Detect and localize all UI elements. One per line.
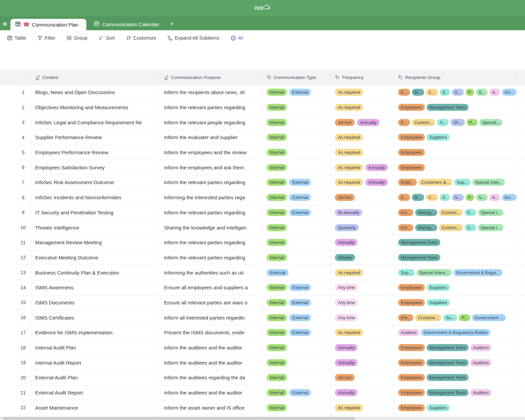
cell-content[interactable]: Blogs, News and Open Discussions bbox=[31, 85, 160, 100]
scrollbar-thumb[interactable] bbox=[3, 417, 355, 420]
cell-content[interactable]: Objectives Monitoring and Measurements bbox=[31, 100, 160, 115]
sort-button[interactable]: Sort bbox=[98, 35, 115, 41]
tab-communication-calender[interactable]: Communication Calender bbox=[86, 21, 165, 30]
cell-content[interactable]: Evidence for ISMS implementation bbox=[31, 325, 160, 340]
cell-recipients-group[interactable]: Em...Custome...Su...P...Government ... bbox=[394, 310, 517, 325]
cell-content[interactable]: InfoSec Legal and Compliance Requirement… bbox=[31, 115, 160, 130]
cell-content[interactable]: InfoSec Incidents and Nonconformities bbox=[31, 190, 160, 205]
cell-content[interactable]: External Audit Report bbox=[31, 385, 160, 401]
cell-communication-type[interactable]: InternalExternal bbox=[263, 325, 331, 340]
cell-communication-purpose[interactable]: Inform the relevant parties regarding bbox=[160, 235, 262, 250]
cell-content[interactable]: ISMS Awareness bbox=[31, 280, 160, 295]
cell-frequency[interactable]: As required bbox=[331, 325, 394, 340]
cell-recipients-group[interactable]: E...M...C...S..S...P.S...A..Go... bbox=[394, 190, 517, 205]
cell-recipients-group[interactable]: Empl...Customers &...Sup...Special Inter… bbox=[394, 175, 517, 190]
cell-recipients-group[interactable]: EmployeesManagement TeamAuditors bbox=[394, 340, 517, 355]
cell-communication-type[interactable]: InternalExternal bbox=[263, 205, 331, 220]
column-header-communication-purpose[interactable]: Communication Purpose bbox=[160, 70, 262, 85]
horizontal-scrollbar[interactable] bbox=[0, 417, 525, 420]
cell-communication-purpose[interactable]: Informing the authorities such as uti bbox=[160, 265, 262, 280]
cell-communication-purpose[interactable]: Ensure all relevant parties are ware o bbox=[160, 295, 262, 310]
cell-communication-purpose[interactable]: Inform the relevant parties regarding bbox=[160, 250, 262, 265]
cell-communication-type[interactable]: Internal bbox=[263, 370, 331, 385]
cell-content[interactable]: Employees Performance Review bbox=[31, 145, 160, 160]
cell-communication-purpose[interactable]: Inform the evaluater and supplier bbox=[160, 130, 262, 145]
cell-frequency[interactable]: Annually bbox=[331, 235, 394, 250]
ai-button[interactable]: AI AI bbox=[230, 35, 243, 41]
cell-recipients-group[interactable]: Employees bbox=[394, 145, 517, 160]
filter-button[interactable]: Filter bbox=[37, 35, 55, 41]
group-button[interactable]: Group bbox=[67, 35, 87, 41]
collapse-sidebar-button[interactable]: « bbox=[0, 19, 10, 30]
customize-button[interactable]: Customize bbox=[126, 35, 157, 41]
cell-content[interactable]: External Audit Plan bbox=[31, 370, 160, 385]
cell-communication-purpose[interactable]: Inform the auditees and the auditor bbox=[160, 355, 262, 370]
cell-communication-type[interactable]: Internal bbox=[263, 220, 331, 235]
cell-frequency[interactable]: As required bbox=[331, 145, 394, 160]
cell-recipients-group[interactable]: Sup...Special Intere...Government & Regu… bbox=[394, 265, 517, 280]
cell-communication-type[interactable]: InternalExternal bbox=[263, 175, 331, 190]
cell-frequency[interactable]: As required bbox=[331, 400, 394, 415]
cell-communication-purpose[interactable]: Inform the auditees and the auditor bbox=[160, 385, 262, 401]
cell-content[interactable]: Threats Intelligence bbox=[31, 220, 160, 235]
cell-recipients-group[interactable]: Management Team bbox=[394, 235, 517, 250]
cell-frequency[interactable]: As requiredAnnually bbox=[331, 160, 394, 175]
cell-recipients-group[interactable]: E...Custom...S...Sh...P...Special... bbox=[394, 115, 517, 130]
cell-content[interactable]: IT Security and Penetration Testing bbox=[31, 205, 160, 220]
cell-communication-purpose[interactable]: Inform the employees and ask them bbox=[160, 160, 262, 175]
cell-recipients-group[interactable]: EmployeesManagement TeamAuditors bbox=[394, 385, 517, 401]
cell-content[interactable]: Executive Meeting Outcome bbox=[31, 250, 160, 265]
cell-content[interactable]: Employees Satisfaction Survey bbox=[31, 160, 160, 175]
cell-communication-purpose[interactable]: Inform the auditees and the auditor bbox=[160, 340, 262, 355]
column-header-frequency[interactable]: Frequency bbox=[331, 70, 394, 85]
cell-communication-type[interactable]: InternalExternal bbox=[263, 190, 331, 205]
cell-communication-type[interactable]: External bbox=[263, 265, 331, 280]
cell-communication-purpose[interactable]: Inform the asset owner and IS office bbox=[160, 400, 262, 415]
cell-frequency[interactable]: Ad-hoc bbox=[331, 370, 394, 385]
cell-frequency[interactable]: As requiredAnnually bbox=[331, 175, 394, 190]
cell-frequency[interactable]: Annually bbox=[331, 385, 394, 401]
cell-communication-purpose[interactable]: Inform the employees and the review bbox=[160, 145, 262, 160]
table-view-button[interactable]: Table bbox=[7, 35, 26, 41]
cell-communication-type[interactable]: InternalExternal bbox=[263, 385, 331, 401]
cell-communication-type[interactable]: InternalExternal bbox=[263, 295, 331, 310]
cell-communication-purpose[interactable]: Inform the relevant people regarding bbox=[160, 115, 262, 130]
cell-communication-type[interactable]: Internal bbox=[263, 235, 331, 250]
cell-content[interactable]: Internal Audit Plan bbox=[31, 340, 160, 355]
cell-communication-type[interactable]: Internal bbox=[263, 250, 331, 265]
cell-recipients-group[interactable]: EmployeesSuppliers bbox=[394, 280, 517, 295]
cell-frequency[interactable]: As required bbox=[331, 85, 394, 100]
cell-recipients-group[interactable]: Em...Manag...Custom...S...Special I... bbox=[394, 220, 517, 235]
cell-communication-purpose[interactable]: Inform the recipients about news, sh bbox=[160, 85, 262, 100]
cell-communication-purpose[interactable]: Informing the interested parties rega bbox=[160, 190, 262, 205]
cell-frequency[interactable]: Any time bbox=[331, 295, 394, 310]
cell-content[interactable]: Management Review Meeting bbox=[31, 235, 160, 250]
cell-recipients-group[interactable]: EmployeesManagement Team bbox=[394, 100, 517, 115]
cell-content[interactable]: ISMS Documents bbox=[31, 295, 160, 310]
cell-communication-purpose[interactable]: Inform the auditees regarding the da bbox=[160, 370, 262, 385]
cell-communication-type[interactable]: Internal bbox=[263, 145, 331, 160]
cell-content[interactable]: ISMS Certificates bbox=[31, 310, 160, 325]
column-header-communication-type[interactable]: Communication Type bbox=[263, 70, 331, 85]
cell-recipients-group[interactable]: EmployeesSuppliers bbox=[394, 400, 517, 415]
cell-content[interactable]: Asset Maintenance bbox=[31, 400, 160, 415]
cell-content[interactable]: Supplier Performance Review bbox=[31, 130, 160, 145]
column-header-content[interactable]: Content bbox=[31, 70, 160, 85]
cell-communication-type[interactable]: Internal bbox=[263, 400, 331, 415]
cell-communication-purpose[interactable]: Sharing the knowledge and intelligen bbox=[160, 220, 262, 235]
cell-frequency[interactable]: Any time bbox=[331, 280, 394, 295]
cell-frequency[interactable]: Ad-hoc bbox=[331, 190, 394, 205]
column-header-recipients-group[interactable]: Recipients Group bbox=[394, 70, 517, 85]
cell-recipients-group[interactable]: Em...Manag...Custom...S...Special I... bbox=[394, 205, 517, 220]
cell-content[interactable]: InfoSec Risk Assessment Outcome bbox=[31, 175, 160, 190]
cell-communication-type[interactable]: Internal bbox=[263, 100, 331, 115]
cell-recipients-group[interactable]: EmployeesSuppliers bbox=[394, 130, 517, 145]
cell-recipients-group[interactable]: Employees bbox=[394, 160, 517, 175]
cell-communication-type[interactable]: Internal bbox=[263, 130, 331, 145]
cell-frequency[interactable]: Annually bbox=[331, 355, 394, 370]
cell-recipients-group[interactable]: E...M...C...S..S...P.S...A..Go... bbox=[394, 85, 517, 100]
cell-frequency[interactable]: Ad-hocAnnually bbox=[331, 115, 394, 130]
cell-communication-purpose[interactable]: Present the ISMS documents, evide bbox=[160, 325, 262, 340]
cell-recipients-group[interactable]: EmployeesManagement TeamAuditors bbox=[394, 355, 517, 370]
cell-recipients-group[interactable]: EmployeesSuppliers bbox=[394, 295, 517, 310]
